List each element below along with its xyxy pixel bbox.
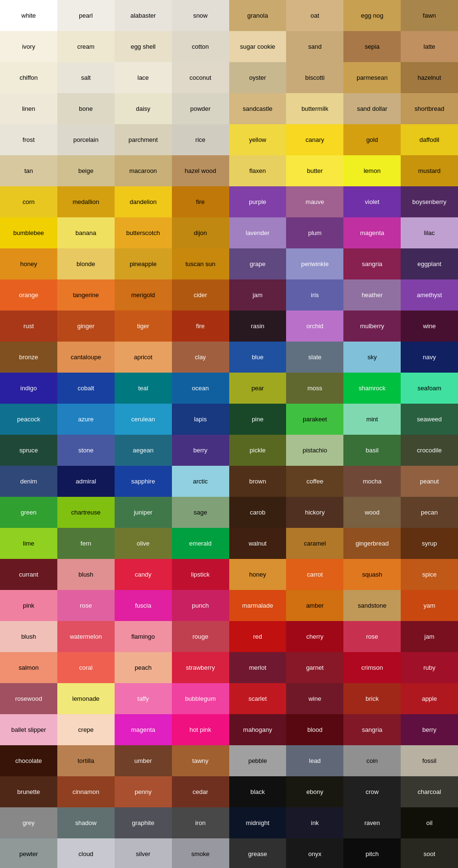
- color-cell: juniper: [115, 497, 172, 528]
- color-cell: shortbread: [401, 93, 458, 124]
- color-cell: garnet: [286, 652, 343, 683]
- color-cell: pitch: [343, 838, 401, 868]
- color-cell: brick: [343, 683, 401, 714]
- color-cell: chocolate: [0, 745, 57, 776]
- color-cell: navy: [401, 342, 458, 373]
- color-cell: sangria: [343, 714, 401, 745]
- color-cell: shadow: [57, 807, 115, 838]
- color-cell: white: [0, 0, 57, 31]
- color-cell: beige: [57, 155, 115, 186]
- color-cell: rasin: [229, 311, 287, 342]
- color-cell: merlot: [229, 652, 287, 683]
- color-cell: blood: [286, 714, 343, 745]
- color-cell: pistachio: [286, 435, 343, 466]
- color-cell: medallion: [57, 186, 115, 217]
- color-cell: pecan: [401, 497, 458, 528]
- color-cell: fire: [172, 186, 229, 217]
- color-cell: lapis: [172, 404, 229, 435]
- color-cell: scarlet: [229, 683, 287, 714]
- color-cell: grease: [229, 838, 287, 868]
- color-cell: parchment: [115, 124, 172, 155]
- color-cell: cider: [172, 279, 229, 311]
- color-cell: honey: [0, 248, 57, 279]
- color-cell: cloud: [57, 838, 115, 868]
- color-cell: lilac: [401, 217, 458, 248]
- color-cell: hot pink: [172, 714, 229, 745]
- color-cell: tiger: [115, 311, 172, 342]
- color-cell: mahogany: [229, 714, 287, 745]
- color-cell: fossil: [401, 745, 458, 776]
- color-cell: green: [0, 497, 57, 528]
- color-cell: macaroon: [115, 155, 172, 186]
- color-cell: lemonade: [57, 683, 115, 714]
- color-cell: oyster: [229, 62, 287, 93]
- color-cell: basil: [343, 435, 401, 466]
- color-cell: sandcastle: [229, 93, 287, 124]
- color-cell: mulberry: [343, 311, 401, 342]
- color-cell: cream: [57, 31, 115, 62]
- color-cell: cedar: [172, 776, 229, 807]
- color-cell: taffy: [115, 683, 172, 714]
- color-cell: sky: [343, 342, 401, 373]
- color-cell: tan: [0, 155, 57, 186]
- color-cell: heather: [343, 279, 401, 311]
- color-cell: blonde: [57, 248, 115, 279]
- color-cell: pine: [229, 404, 287, 435]
- color-cell: punch: [172, 590, 229, 621]
- color-cell: flaxen: [229, 155, 287, 186]
- color-cell: frost: [0, 124, 57, 155]
- color-cell: ink: [286, 807, 343, 838]
- color-cell: bronze: [0, 342, 57, 373]
- color-cell: cerulean: [115, 404, 172, 435]
- color-cell: teal: [115, 373, 172, 404]
- color-cell: crow: [343, 776, 401, 807]
- color-grid: whitepearlalabastersnowgranolaoategg nog…: [0, 0, 458, 868]
- color-cell: spice: [401, 559, 458, 590]
- color-cell: iron: [172, 807, 229, 838]
- color-cell: carrot: [286, 559, 343, 590]
- color-cell: parakeet: [286, 404, 343, 435]
- color-cell: cotton: [172, 31, 229, 62]
- color-cell: ocean: [172, 373, 229, 404]
- color-cell: carob: [229, 497, 287, 528]
- color-cell: amethyst: [401, 279, 458, 311]
- color-cell: stone: [57, 435, 115, 466]
- color-cell: rose: [343, 621, 401, 652]
- color-cell: pebble: [229, 745, 287, 776]
- color-cell: daisy: [115, 93, 172, 124]
- color-cell: blush: [0, 621, 57, 652]
- color-cell: buttermilk: [286, 93, 343, 124]
- color-cell: mustard: [401, 155, 458, 186]
- color-cell: honey: [229, 559, 287, 590]
- color-cell: wine: [286, 683, 343, 714]
- color-cell: grape: [229, 248, 287, 279]
- color-cell: orchid: [286, 311, 343, 342]
- color-cell: granola: [229, 0, 287, 31]
- color-cell: strawberry: [172, 652, 229, 683]
- color-cell: parmesean: [343, 62, 401, 93]
- color-cell: eggplant: [401, 248, 458, 279]
- color-cell: latte: [401, 31, 458, 62]
- color-cell: tangerine: [57, 279, 115, 311]
- color-cell: moss: [286, 373, 343, 404]
- color-cell: sand: [286, 31, 343, 62]
- color-cell: silver: [115, 838, 172, 868]
- color-cell: pickle: [229, 435, 287, 466]
- color-cell: jam: [401, 621, 458, 652]
- color-cell: butterscotch: [115, 217, 172, 248]
- color-cell: midnight: [229, 807, 287, 838]
- color-cell: ebony: [286, 776, 343, 807]
- color-cell: sapphire: [115, 466, 172, 497]
- color-cell: cobalt: [57, 373, 115, 404]
- color-cell: seaweed: [401, 404, 458, 435]
- color-cell: blush: [57, 559, 115, 590]
- color-cell: blue: [229, 342, 287, 373]
- color-cell: porcelain: [57, 124, 115, 155]
- color-cell: apple: [401, 683, 458, 714]
- color-cell: squash: [343, 559, 401, 590]
- color-cell: berry: [401, 714, 458, 745]
- color-cell: daffodil: [401, 124, 458, 155]
- color-cell: lime: [0, 528, 57, 559]
- color-cell: watermelon: [57, 621, 115, 652]
- color-cell: hickory: [286, 497, 343, 528]
